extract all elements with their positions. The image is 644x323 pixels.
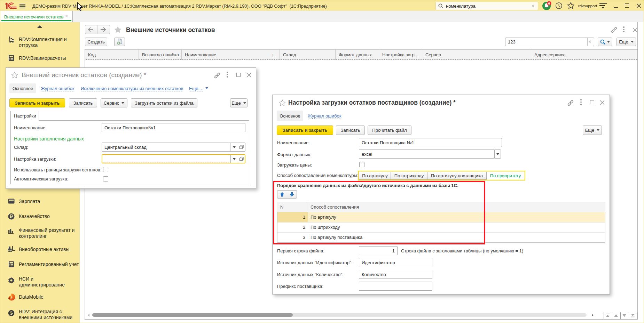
- svg-text:6: 6: [548, 1, 550, 5]
- svg-text:M: M: [8, 297, 10, 299]
